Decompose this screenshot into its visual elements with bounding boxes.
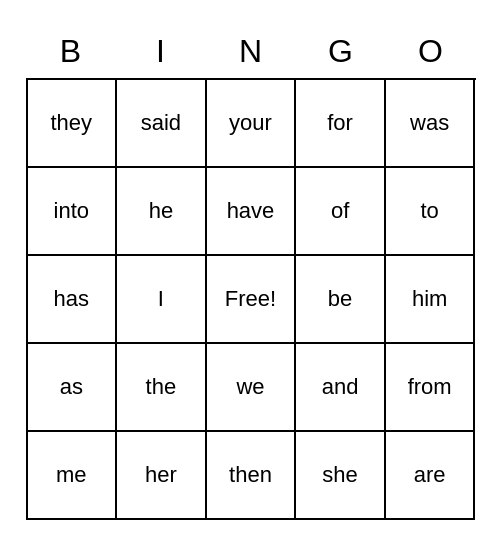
bingo-cell-3-2: we [207, 344, 297, 432]
header-letter-N: N [206, 25, 296, 78]
bingo-cell-2-2: Free! [207, 256, 297, 344]
bingo-cell-1-3: of [296, 168, 386, 256]
bingo-cell-2-0: has [28, 256, 118, 344]
bingo-grid: theysaidyourforwasintohehaveoftohasIFree… [26, 78, 476, 520]
header-letter-O: O [386, 25, 476, 78]
header-letter-B: B [26, 25, 116, 78]
bingo-cell-1-1: he [117, 168, 207, 256]
bingo-cell-4-0: me [28, 432, 118, 520]
bingo-cell-4-2: then [207, 432, 297, 520]
bingo-cell-2-4: him [386, 256, 476, 344]
bingo-cell-4-4: are [386, 432, 476, 520]
bingo-cell-0-3: for [296, 80, 386, 168]
bingo-row-2: hasIFree!behim [28, 256, 476, 344]
bingo-cell-0-0: they [28, 80, 118, 168]
bingo-cell-0-4: was [386, 80, 476, 168]
bingo-row-4: meherthensheare [28, 432, 476, 520]
bingo-cell-4-3: she [296, 432, 386, 520]
header-letter-G: G [296, 25, 386, 78]
bingo-cell-4-1: her [117, 432, 207, 520]
bingo-row-3: astheweandfrom [28, 344, 476, 432]
bingo-cell-3-1: the [117, 344, 207, 432]
bingo-cell-2-3: be [296, 256, 386, 344]
bingo-cell-3-3: and [296, 344, 386, 432]
bingo-cell-3-4: from [386, 344, 476, 432]
header-letter-I: I [116, 25, 206, 78]
bingo-cell-0-2: your [207, 80, 297, 168]
bingo-row-1: intohehaveofto [28, 168, 476, 256]
bingo-cell-1-4: to [386, 168, 476, 256]
bingo-cell-3-0: as [28, 344, 118, 432]
bingo-row-0: theysaidyourforwas [28, 80, 476, 168]
bingo-cell-1-0: into [28, 168, 118, 256]
bingo-header: BINGO [26, 25, 476, 78]
bingo-cell-2-1: I [117, 256, 207, 344]
bingo-cell-1-2: have [207, 168, 297, 256]
bingo-cell-0-1: said [117, 80, 207, 168]
bingo-card: BINGO theysaidyourforwasintohehaveoftoha… [26, 25, 476, 520]
